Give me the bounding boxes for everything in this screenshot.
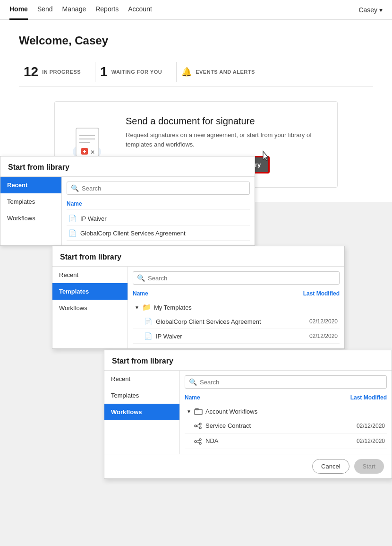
bell-icon: 🔔 bbox=[181, 67, 192, 77]
svg-point-17 bbox=[199, 439, 201, 441]
panel3-workflows-tab[interactable]: Workflows bbox=[104, 404, 179, 420]
panel3-workflow-date-1: 02/12/2020 bbox=[357, 438, 385, 444]
svg-line-19 bbox=[196, 440, 199, 441]
panel3-workflow-icon-0 bbox=[194, 422, 202, 430]
panel1-doc-icon-1: 📄 bbox=[68, 229, 77, 237]
panel2-search-icon: 🔍 bbox=[137, 274, 145, 282]
panel3-folder[interactable]: ▼ Account Workflows bbox=[185, 404, 387, 418]
nav-manage[interactable]: Manage bbox=[62, 0, 86, 20]
panel-workflows: Start from library Recent Templates Work… bbox=[104, 350, 392, 479]
panel2-folder[interactable]: ▼ 📁 My Templates bbox=[133, 300, 340, 314]
panel2-template-date-1: 02/12/2020 bbox=[309, 333, 338, 339]
panel3-workflow-name-1: NDA bbox=[205, 437, 218, 444]
svg-point-11 bbox=[195, 425, 196, 427]
stat-waiting[interactable]: 1 WAITING FOR YOU bbox=[95, 62, 177, 82]
panel3-sidebar: Recent Templates Workflows bbox=[104, 371, 180, 454]
panel3-col-modified: Last Modified bbox=[350, 394, 387, 401]
panel2-doc-icon-0: 📄 bbox=[144, 318, 152, 325]
panel1-item-label-1: GlobalCorp Client Services Agreement bbox=[80, 230, 186, 237]
panel1-doc-icon-0: 📄 bbox=[68, 215, 77, 222]
cancel-button[interactable]: Cancel bbox=[312, 459, 349, 474]
svg-point-18 bbox=[199, 442, 201, 444]
panel1-search-bar[interactable]: 🔍 bbox=[67, 182, 250, 195]
panel1-content: 🔍 Name 📄 IP Waiver 📄 GlobalCorp Client S… bbox=[62, 177, 255, 245]
panel3-body: Recent Templates Workflows 🔍 Name Last M… bbox=[104, 371, 392, 454]
nav-home[interactable]: Home bbox=[9, 0, 28, 20]
svg-line-20 bbox=[196, 442, 199, 443]
panel1-templates-tab[interactable]: Templates bbox=[0, 193, 61, 210]
panel3-search-icon: 🔍 bbox=[189, 378, 197, 386]
stats-row: 12 IN PROGRESS 1 WAITING FOR YOU 🔔 EVENT… bbox=[19, 57, 373, 87]
panel3-search-input[interactable] bbox=[200, 379, 383, 386]
panel2-col-modified: Last Modified bbox=[303, 290, 340, 297]
panel2-col-headers: Name Last Modified bbox=[133, 288, 340, 299]
svg-text:✕: ✕ bbox=[90, 149, 95, 156]
panel2-template-0[interactable]: 📄 GlobalCorp Client Services Agreement 0… bbox=[133, 314, 340, 329]
panel2-content: 🔍 Name Last Modified ▼ 📁 My Templates 📄 … bbox=[128, 267, 344, 348]
panel3-folder-triangle: ▼ bbox=[187, 409, 191, 414]
panel3-content: 🔍 Name Last Modified ▼ Account Workflows bbox=[180, 371, 392, 454]
panel1-item-label-0: IP Waiver bbox=[80, 215, 107, 222]
panel1-search-input[interactable] bbox=[82, 185, 246, 192]
svg-line-15 bbox=[196, 426, 199, 427]
panel1-item-1[interactable]: 📄 GlobalCorp Client Services Agreement bbox=[67, 226, 250, 241]
panel2-folder-icon: 📁 bbox=[142, 303, 151, 312]
panel-templates: Start from library Recent Templates Work… bbox=[52, 246, 345, 349]
panel2-doc-icon-1: 📄 bbox=[144, 332, 152, 340]
panel3-workflow-1[interactable]: NDA 02/12/2020 bbox=[185, 433, 387, 449]
panel2-body: Recent Templates Workflows 🔍 Name Last M… bbox=[52, 267, 344, 348]
nav-reports[interactable]: Reports bbox=[95, 0, 119, 20]
send-doc-desc: Request signatures on a new agreement, o… bbox=[126, 130, 323, 149]
panel2-template-1-left: 📄 IP Waiver bbox=[144, 332, 182, 340]
panel1-search-icon: 🔍 bbox=[71, 184, 79, 192]
stat-in-progress[interactable]: 12 IN PROGRESS bbox=[19, 62, 95, 82]
panel3-workflow-name-0: Service Contract bbox=[205, 422, 251, 429]
panel2-col-name: Name bbox=[133, 290, 148, 297]
nav-account[interactable]: Account bbox=[128, 0, 152, 20]
panel3-footer: Cancel Start bbox=[104, 454, 392, 478]
panel1-workflows-tab[interactable]: Workflows bbox=[0, 210, 61, 226]
panel2-template-1[interactable]: 📄 IP Waiver 02/12/2020 bbox=[133, 329, 340, 344]
panel2-search-input[interactable] bbox=[148, 275, 335, 282]
panel3-templates-tab[interactable]: Templates bbox=[104, 387, 179, 404]
panel1-item-0[interactable]: 📄 IP Waiver bbox=[67, 211, 250, 226]
panel3-folder-icon bbox=[194, 407, 203, 416]
welcome-title: Welcome, Casey bbox=[19, 34, 373, 47]
panel2-folder-triangle: ▼ bbox=[135, 305, 139, 310]
panel3-header: Start from library bbox=[104, 350, 392, 371]
svg-point-16 bbox=[195, 441, 196, 442]
stat-number-progress: 12 bbox=[24, 64, 38, 79]
svg-point-13 bbox=[199, 427, 201, 429]
panel2-templates-tab[interactable]: Templates bbox=[52, 283, 128, 300]
panel2-template-name-1: IP Waiver bbox=[156, 333, 182, 340]
panel2-template-name-0: GlobalCorp Client Services Agreement bbox=[156, 318, 261, 325]
start-button[interactable]: Start bbox=[354, 459, 384, 474]
panel1-body: Recent Templates Workflows 🔍 Name 📄 IP W… bbox=[0, 177, 255, 245]
panel2-search-bar[interactable]: 🔍 bbox=[133, 271, 340, 285]
panel2-template-date-0: 02/12/2020 bbox=[309, 318, 338, 325]
panel-recent: Start from library Recent Templates Work… bbox=[0, 156, 255, 246]
panel2-template-0-left: 📄 GlobalCorp Client Services Agreement bbox=[144, 318, 261, 325]
panel3-workflow-0-left: Service Contract bbox=[194, 422, 251, 430]
stat-label-waiting: WAITING FOR YOU bbox=[111, 69, 162, 75]
panel1-recent-tab[interactable]: Recent bbox=[0, 177, 61, 193]
top-nav: Home Send Manage Reports Account Casey ▾ bbox=[0, 0, 392, 20]
nav-send[interactable]: Send bbox=[37, 0, 53, 20]
stat-label-events: EVENTS AND ALERTS bbox=[196, 69, 255, 75]
panel3-search-bar[interactable]: 🔍 bbox=[185, 375, 387, 389]
panel1-header: Start from library bbox=[0, 156, 255, 177]
panel3-col-headers: Name Last Modified bbox=[185, 392, 387, 403]
panel3-workflow-1-left: NDA bbox=[194, 437, 218, 445]
user-menu[interactable]: Casey ▾ bbox=[358, 6, 383, 14]
panel2-workflows-tab[interactable]: Workflows bbox=[52, 300, 128, 316]
panel3-col-name: Name bbox=[185, 394, 200, 401]
stat-events[interactable]: 🔔 EVENTS AND ALERTS bbox=[177, 64, 269, 79]
panel3-workflow-icon-1 bbox=[194, 437, 202, 445]
panel3-folder-label: Account Workflows bbox=[205, 408, 257, 415]
panel2-recent-tab[interactable]: Recent bbox=[52, 267, 128, 283]
panel3-workflow-0[interactable]: Service Contract 02/12/2020 bbox=[185, 418, 387, 433]
stat-label-progress: IN PROGRESS bbox=[42, 69, 81, 75]
panel3-workflow-date-0: 02/12/2020 bbox=[357, 423, 385, 429]
send-doc-title: Send a document for signature bbox=[126, 116, 323, 127]
panel3-recent-tab[interactable]: Recent bbox=[104, 371, 179, 387]
